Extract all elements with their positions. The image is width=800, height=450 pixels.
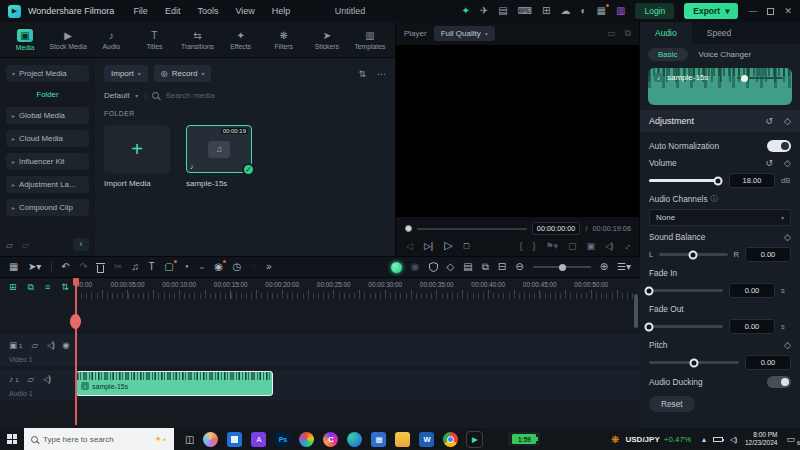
sound-balance-value[interactable]: 0.00	[745, 247, 791, 262]
speaker-icon[interactable]: ◁)	[605, 241, 612, 251]
share-icon[interactable]: ✈	[480, 6, 488, 16]
link-clips-icon[interactable]: ⧉	[28, 282, 34, 293]
menu-item[interactable]: File	[133, 6, 148, 16]
ticker-symbol[interactable]: USD/JPY	[626, 435, 660, 444]
fullscreen-icon[interactable]: ↔	[620, 239, 633, 252]
media-tab[interactable]: ♪ Audio	[90, 30, 132, 50]
media-clip-card[interactable]: 00:00:19 ♫ ♪ ✓	[186, 125, 252, 173]
playhead[interactable]	[75, 278, 77, 425]
playhead-handle[interactable]	[70, 314, 81, 329]
notification-center-icon[interactable]: ▭6	[786, 434, 795, 444]
timeline-zoom-slider[interactable]	[533, 266, 591, 268]
widget-weather-icon[interactable]: ❋	[611, 434, 619, 445]
aspect-ratio-icon[interactable]: ▭	[607, 28, 616, 39]
file-explorer-icon[interactable]	[395, 432, 410, 447]
zoom-to-fit-icon[interactable]: ⊕	[600, 262, 608, 272]
volume-slider[interactable]	[649, 179, 723, 182]
theme-icon[interactable]: ◐	[580, 6, 586, 16]
reset-icon[interactable]: ↺	[766, 158, 774, 168]
menu-item[interactable]: Edit	[165, 6, 181, 16]
redo-icon[interactable]: ↷	[79, 262, 87, 272]
split-icon[interactable]: ✂	[114, 262, 122, 272]
media-tab[interactable]: T Titles	[133, 30, 175, 50]
keyframe-icon[interactable]: ◇	[784, 340, 791, 350]
beat-detection-icon[interactable]: ♫	[132, 262, 140, 272]
start-button[interactable]	[0, 434, 24, 444]
media-tab[interactable]: ❋ Filters	[263, 30, 305, 50]
slider-knob[interactable]	[645, 322, 654, 331]
media-search-input[interactable]	[165, 91, 315, 100]
reset-icon[interactable]: ↺	[766, 116, 774, 126]
render-icon[interactable]: ▤	[463, 262, 472, 272]
taskbar-clock[interactable]: 8:00 PM 12/23/2024	[745, 431, 778, 448]
stop-icon[interactable]: □	[464, 241, 469, 251]
paint-app-icon[interactable]	[299, 432, 314, 447]
audio-ducking-toggle[interactable]	[767, 376, 791, 388]
import-button[interactable]: Import▾	[104, 65, 148, 82]
clip-volume-slider[interactable]	[737, 77, 783, 79]
fade-out-slider[interactable]	[649, 325, 723, 328]
sort-icon[interactable]: ⇅	[358, 69, 366, 79]
battery-tray-icon[interactable]	[713, 437, 723, 442]
fade-out-value[interactable]: 0.00	[729, 319, 775, 334]
minimize-button[interactable]: —	[748, 6, 757, 16]
play-icon[interactable]: ▷	[444, 239, 452, 252]
scrubber-knob[interactable]	[405, 225, 412, 232]
media-tab[interactable]: ✦ Effects	[220, 30, 262, 50]
snapshot-icon[interactable]: ▣	[587, 241, 596, 251]
cart-icon[interactable]: ▥	[616, 6, 625, 16]
chrome-app-icon[interactable]	[443, 432, 458, 447]
media-tab[interactable]: ⇆ Transitions	[176, 30, 218, 50]
add-text-icon[interactable]: T	[149, 262, 155, 272]
folder-icon[interactable]: ▱	[31, 340, 38, 350]
slider-knob[interactable]	[713, 176, 722, 185]
volume-tray-icon[interactable]: ◁)	[730, 435, 736, 444]
mark-out-icon[interactable]: }	[532, 241, 535, 251]
keyframe-icon[interactable]: ◇	[784, 116, 791, 126]
task-view-icon[interactable]: ◫	[185, 434, 194, 445]
fade-in-value[interactable]: 0.00	[729, 283, 775, 298]
timeline-ruler[interactable]: 00:0000:00:05:0000:00:10:0000:00:15:0000…	[76, 281, 617, 288]
menu-item[interactable]: Help	[272, 6, 291, 16]
sound-balance-slider[interactable]	[659, 253, 727, 256]
audio-clip[interactable]: ♪sample-15s	[76, 371, 273, 396]
delete-icon[interactable]	[97, 265, 104, 273]
zoom-out-icon[interactable]: ⊖	[515, 262, 523, 272]
export-button[interactable]: Export▾	[684, 3, 738, 19]
clipchamp-app-icon[interactable]: C	[323, 432, 338, 447]
speed-icon[interactable]: ◔	[183, 262, 189, 272]
keyframe-icon[interactable]: ◇	[784, 232, 791, 242]
mark-in-icon[interactable]: {	[519, 241, 522, 251]
select-tool-icon[interactable]: ➤▾	[28, 262, 41, 272]
marker-icon[interactable]: ⚑▾	[545, 241, 558, 251]
mask-icon[interactable]: ◌	[251, 262, 257, 272]
subtab-basic[interactable]: Basic	[648, 48, 688, 61]
login-button[interactable]: Login	[635, 3, 674, 19]
fade-in-slider[interactable]	[649, 289, 723, 292]
edge-app-icon[interactable]	[347, 432, 362, 447]
timeline-scrollbar[interactable]	[634, 294, 638, 328]
audio-channels-dropdown[interactable]: None▾	[649, 209, 791, 226]
mute-track-icon[interactable]: ◁)	[47, 340, 53, 350]
crop-icon[interactable]: ▢	[164, 262, 173, 272]
keyframe-icon[interactable]: ◇	[447, 262, 455, 272]
photos-app-icon[interactable]	[227, 432, 242, 447]
import-media-card[interactable]: +	[104, 125, 170, 173]
keyframe-icon[interactable]: ◇	[784, 158, 791, 168]
undo-icon[interactable]: ↶	[61, 262, 69, 272]
subtab-voice-changer[interactable]: Voice Changer	[699, 50, 751, 59]
stopwatch-icon[interactable]: ◷	[232, 262, 241, 272]
delete-folder-icon[interactable]: ▱	[22, 240, 29, 250]
pitch-slider[interactable]	[649, 361, 739, 364]
ai-assistant-icon[interactable]	[391, 262, 402, 273]
track-manager-icon[interactable]: ☰▾	[617, 262, 631, 272]
media-tab[interactable]: ▣ Media	[4, 29, 46, 51]
more-tools-icon[interactable]: »	[266, 262, 272, 272]
media-tab[interactable]: ➤ Stickers	[306, 30, 348, 50]
previous-frame-icon[interactable]: ◁	[406, 241, 413, 251]
show-hidden-icons[interactable]: ▴	[702, 435, 706, 444]
sidebar-item-folder[interactable]: Folder	[6, 88, 89, 101]
eye-icon[interactable]: ◉	[62, 340, 69, 350]
slider-knob[interactable]	[645, 286, 654, 295]
tab-audio[interactable]: Audio	[640, 22, 692, 44]
